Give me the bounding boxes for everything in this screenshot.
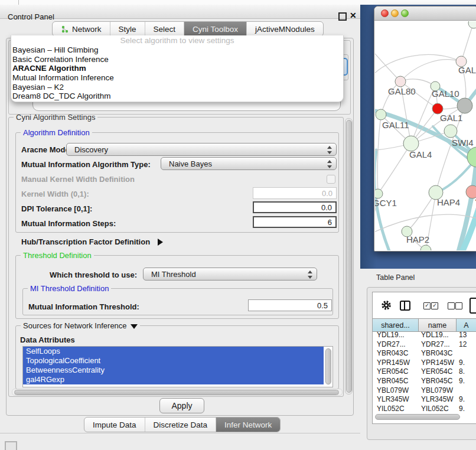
- table-cell: YPR145W: [373, 358, 419, 368]
- checked-checkbox-icon[interactable]: ✓: [423, 302, 431, 309]
- table-hscrollbar-thumb[interactable]: [375, 414, 460, 420]
- network-window-titlebar[interactable]: [374, 6, 476, 21]
- data-attributes-list[interactable]: SelfLoopsTopologicalCoefficientBetweenne…: [22, 346, 333, 387]
- column-header[interactable]: name: [419, 319, 457, 331]
- tab-infer-network[interactable]: Infer Network: [216, 418, 280, 432]
- control-panel-title: Control Panel: [8, 12, 54, 21]
- table-row[interactable]: YBR045CYBR045C9.: [373, 377, 476, 386]
- kernel-width-field[interactable]: 0.0: [253, 187, 337, 199]
- mi-threshold-field[interactable]: 0.5: [248, 299, 332, 311]
- aracne-mode-label: Aracne Mode:: [21, 145, 72, 154]
- table-row[interactable]: YBR043CYBR043C: [373, 349, 476, 358]
- mi-algorithm-type-combo[interactable]: Naive Bayes: [161, 157, 337, 170]
- table-cell: YLR345W: [419, 395, 457, 405]
- columns-icon[interactable]: [400, 301, 410, 311]
- network-node[interactable]: [444, 125, 457, 138]
- network-canvas[interactable]: GALGAL80GAL10GAL1GAL11GAL4SWI4GCY1HAP4YH…: [375, 21, 476, 250]
- table-cell: YIL052C: [373, 405, 419, 412]
- top-strip-tick: [18, 0, 19, 5]
- minimize-traffic-light[interactable]: [391, 9, 399, 17]
- network-edge: [461, 23, 474, 61]
- algorithm-option[interactable]: Mutual Information Inference: [11, 73, 343, 83]
- dpi-tolerance-field[interactable]: 0.0: [253, 201, 337, 213]
- algorithm-option[interactable]: Dream8 DC_TDC Algorithm: [11, 92, 343, 101]
- tab-style[interactable]: Style: [110, 22, 145, 36]
- network-node-label: GAL80: [388, 86, 416, 96]
- table-row[interactable]: YIL052CYIL052C9.: [373, 405, 476, 412]
- tab-select[interactable]: Select: [145, 22, 185, 36]
- tab-jactivemnodules[interactable]: jActiveMNodules: [247, 22, 323, 36]
- aracne-mode-combo[interactable]: Discovery: [66, 143, 337, 156]
- unchecked-checkbox-icon[interactable]: [455, 302, 462, 309]
- network-node[interactable]: [375, 189, 383, 198]
- table-header: shared...nameA: [373, 318, 476, 332]
- algorithm-option-list: Bayesian – Hill ClimbingBasic Correlatio…: [11, 45, 343, 101]
- close-icon[interactable]: ✕: [350, 11, 357, 20]
- mi-steps-label: Mutual Information Steps:: [21, 219, 116, 228]
- table-cell: 9.: [457, 358, 476, 368]
- network-node[interactable]: [466, 185, 476, 198]
- table-panel-window: ✓ ✓ shared...nameA YDL19...YDL19...13YDR…: [372, 292, 476, 424]
- network-node[interactable]: [376, 109, 386, 120]
- tab-impute-data[interactable]: Impute Data: [84, 418, 145, 432]
- network-node[interactable]: [468, 21, 476, 28]
- algorithm-option[interactable]: Basic Correlation Inference: [11, 55, 343, 64]
- algorithm-option[interactable]: Bayesian – Hill Climbing: [11, 45, 343, 55]
- tab-cyni-toolbox[interactable]: Cyni Toolbox: [184, 22, 247, 36]
- algorithm-option[interactable]: Bayesian – K2: [11, 83, 343, 92]
- table-row[interactable]: YDR27...YDR27...12: [373, 340, 476, 350]
- network-window[interactable]: GALGAL80GAL10GAL1GAL11GAL4SWI4GCY1HAP4YH…: [374, 6, 476, 252]
- table-row[interactable]: YPR145WYPR145W9.: [373, 358, 476, 368]
- apply-button-label: Apply: [171, 401, 192, 410]
- table-cell: YBL079W: [419, 386, 457, 396]
- which-threshold-combo[interactable]: MI Threshold: [143, 268, 317, 281]
- table-cell: 12: [457, 340, 476, 350]
- table-cell: YLR345W: [373, 395, 419, 405]
- network-node[interactable]: [420, 245, 431, 250]
- float-window-icon[interactable]: [338, 12, 347, 21]
- algorithm-option[interactable]: ARACNE Algorithm: [11, 64, 343, 73]
- hub-definition-expander[interactable]: Hub/Transcription Factor Definition: [21, 236, 163, 247]
- close-traffic-light[interactable]: [381, 9, 389, 17]
- table-row[interactable]: YER054CYER054C8.: [373, 367, 476, 377]
- manual-kernel-label: Manual Kernel Width Definition: [21, 175, 135, 184]
- tab-network[interactable]: Network: [53, 22, 110, 36]
- table-row[interactable]: YBL079WYBL079W: [373, 386, 476, 396]
- mi-steps-field[interactable]: 6: [253, 216, 337, 228]
- network-node-label: HAP2: [406, 234, 429, 244]
- settings-hscrollbar-thumb[interactable]: [14, 390, 339, 395]
- table-cell: YBR043C: [373, 349, 419, 358]
- manual-kernel-checkbox[interactable]: [327, 175, 335, 184]
- table-horizontal-scrollbar[interactable]: [374, 414, 476, 419]
- settings-vertical-scrollbar[interactable]: [345, 118, 353, 394]
- table-cell: 9.: [457, 405, 476, 412]
- attribute-item[interactable]: gal4RGexp: [23, 375, 324, 384]
- sources-group-title[interactable]: Sources for Network Inference: [21, 321, 140, 330]
- expand-right-icon: [158, 239, 163, 246]
- document-icon[interactable]: [470, 298, 476, 314]
- attribute-item[interactable]: SelfLoops: [23, 347, 324, 356]
- table-cell: YPR145W: [419, 358, 457, 368]
- dock-panel-icon[interactable]: [5, 441, 17, 450]
- attribute-item[interactable]: BetweennessCentrality: [23, 366, 324, 375]
- attribute-item[interactable]: TopologicalCoefficient: [23, 356, 324, 366]
- apply-button[interactable]: Apply: [159, 398, 204, 413]
- table-row[interactable]: YDL19...YDL19...13: [373, 331, 476, 340]
- zoom-traffic-light[interactable]: [401, 9, 409, 17]
- tab-discretize-data[interactable]: Discretize Data: [145, 418, 217, 432]
- settings-vscrollbar-thumb[interactable]: [346, 120, 352, 393]
- checked-checkbox-icon[interactable]: ✓: [431, 302, 438, 309]
- attributes-vscrollbar[interactable]: [325, 348, 331, 385]
- table-cell: YDL19...: [373, 331, 419, 340]
- control-panel-titlebar[interactable]: Control Panel ✕: [0, 5, 360, 19]
- table-row[interactable]: YLR345WYLR345W9.: [373, 395, 476, 405]
- network-node-label: GAL10: [432, 89, 459, 99]
- unchecked-checkbox-icon[interactable]: [448, 302, 455, 309]
- gear-icon[interactable]: [381, 300, 392, 313]
- network-node[interactable]: [457, 98, 472, 113]
- attributes-vscrollbar-thumb[interactable]: [325, 348, 331, 384]
- network-node[interactable]: [395, 76, 406, 87]
- column-header[interactable]: shared...: [373, 319, 419, 331]
- settings-horizontal-scrollbar[interactable]: [12, 389, 343, 396]
- column-header[interactable]: A: [457, 319, 476, 331]
